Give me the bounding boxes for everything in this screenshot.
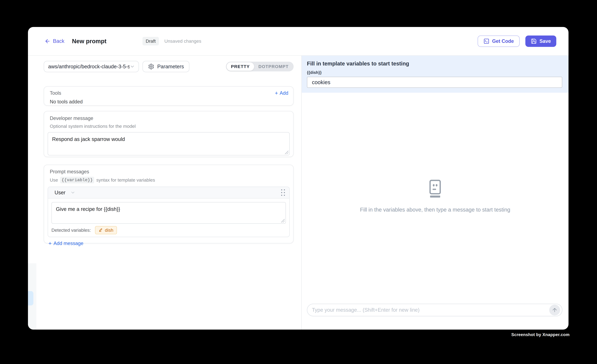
prompt-editor-column: aws/anthropic/bedrock-claude-3-5-s... Pa… [28,56,302,330]
variable-dish-label: {{dish}} [307,70,562,75]
save-icon [531,38,537,44]
drag-handle[interactable] [281,189,285,196]
back-label: Back [53,38,64,44]
developer-message-textarea[interactable]: Respond as jack sparrow would [48,132,290,155]
page-title: New prompt [72,38,106,45]
parameters-button[interactable]: Parameters [142,61,189,72]
template-variables-bar: Fill in template variables to start test… [302,56,568,93]
message-input[interactable] [307,304,562,316]
resize-grip-icon[interactable] [281,219,285,222]
unsaved-changes-text: Unsaved changes [164,38,201,44]
add-message-label: Add message [54,241,83,246]
message-body: Give me a recipe for {{dish}} Detected v… [48,198,289,237]
role-value: User [55,190,65,196]
empty-state-text: Fill in the variables above, then type a… [360,207,510,213]
syntax-hint: Use {{variable}} syntax for template var… [50,177,290,183]
prompt-messages-title: Prompt messages [50,169,290,174]
main-content: aws/anthropic/bedrock-claude-3-5-s... Pa… [28,56,568,330]
terminal-icon [483,38,489,44]
plus-icon: + [48,241,52,246]
model-selector-value: aws/anthropic/bedrock-claude-3-5-s... [48,64,130,69]
syntax-prefix: Use [50,177,58,183]
back-button[interactable]: Back [45,38,64,44]
variable-chip-label: dish [105,228,113,233]
message-header: User [48,187,289,198]
tools-card: Tools + Add No tools added [44,86,294,106]
app-window: Back New prompt Draft Unsaved changes Ge… [28,27,568,330]
add-message-button[interactable]: + Add message [48,239,290,247]
message-textarea[interactable]: Give me a recipe for {{dish}} [51,202,286,224]
variable-chip-dish[interactable]: dish [95,226,117,234]
variable-dish-input[interactable] [307,77,562,88]
get-code-button[interactable]: Get Code [478,36,520,47]
plus-icon: + [275,90,278,96]
composer [302,304,568,316]
left-edge-tab [28,291,33,305]
syntax-suffix: syntax for template variables [96,177,155,183]
status-badge: Draft [142,37,159,46]
model-selector[interactable]: aws/anthropic/bedrock-claude-3-5-s... [44,61,139,72]
developer-message-value: Respond as jack sparrow would [52,136,125,142]
add-tool-button[interactable]: + Add [275,90,288,96]
role-selector[interactable]: User [55,190,75,196]
toggle-dotprompt[interactable]: DOTPROMPT [254,62,293,71]
composer-box [307,304,562,316]
format-toggle: PRETTY DOTPROMPT [226,62,294,71]
toggle-pretty[interactable]: PRETTY [227,62,254,71]
developer-message-card: Developer message Optional system instru… [44,111,294,157]
developer-message-subtitle: Optional system instructions for the mod… [50,124,290,129]
message-value: Give me a recipe for {{dish}} [56,206,120,212]
send-button[interactable] [549,305,560,316]
test-panel: Fill in template variables to start test… [302,56,568,330]
empty-state: Fill in the variables above, then type a… [302,93,568,304]
header: Back New prompt Draft Unsaved changes Ge… [28,27,568,56]
parameters-label: Parameters [157,64,184,69]
add-tool-label: Add [280,90,288,96]
header-actions: Get Code Save [478,36,556,47]
message-block: User Give me a recipe for {{dish}} Detec… [48,187,290,237]
get-code-label: Get Code [492,38,514,44]
detected-variables-row: Detected variables: dish [51,226,286,234]
developer-message-title: Developer message [50,115,290,121]
variables-bar-title: Fill in template variables to start test… [307,61,562,67]
tools-title: Tools [50,90,61,96]
back-arrow-icon [45,38,50,44]
arrow-up-icon [552,307,558,313]
save-button[interactable]: Save [525,36,556,47]
tools-empty-text: No tools added [50,99,288,105]
robot-face-icon [428,180,442,198]
gear-icon [148,63,154,70]
pencil-icon [99,228,103,232]
prompt-messages-card: Prompt messages Use {{variable}} syntax … [44,165,294,243]
save-label: Save [540,38,551,44]
model-row: aws/anthropic/bedrock-claude-3-5-s... Pa… [44,61,294,72]
chevron-down-icon [130,64,135,69]
detected-variables-label: Detected variables: [51,228,91,233]
resize-grip-icon[interactable] [285,151,289,154]
watermark-text: Screenshot by Xnapper.com [511,332,570,337]
chevron-down-icon [70,190,75,195]
variable-syntax-chip: {{variable}} [60,177,94,183]
